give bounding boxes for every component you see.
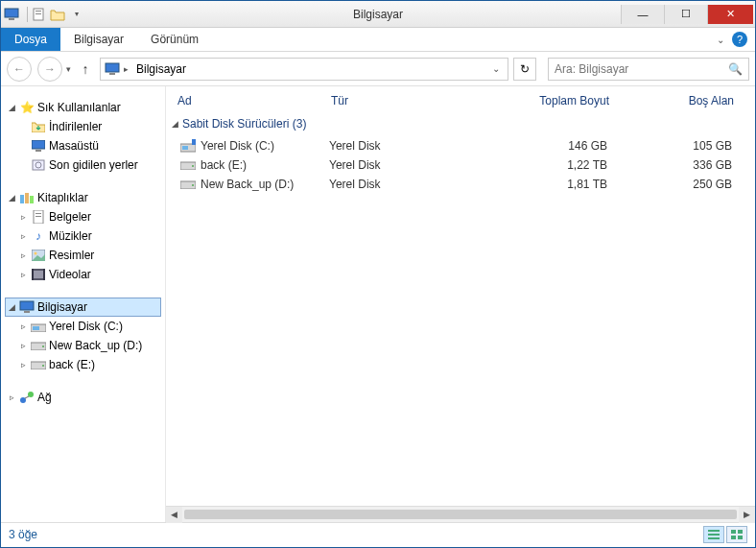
scroll-right-button[interactable]: ▶: [739, 507, 755, 523]
svg-rect-46: [731, 536, 736, 539]
computer-icon: [3, 6, 20, 23]
expander-icon[interactable]: ◢: [7, 193, 16, 203]
tree-desktop[interactable]: ▹ Masaüstü: [5, 136, 161, 155]
row-free: 336 GB: [646, 158, 732, 172]
svg-rect-26: [33, 326, 39, 330]
tree-favorites[interactable]: ◢ ⭐ Sık Kullanılanlar: [5, 98, 161, 117]
expander-icon[interactable]: ◢: [7, 103, 16, 112]
navigation-bar: ← → ▾ ↑ ▸ Bilgisayar ⌄ ↻ Ara: Bilgisayar…: [1, 52, 755, 86]
breadcrumb-segment[interactable]: Bilgisayar: [132, 62, 190, 76]
group-header[interactable]: ◢ Sabit Disk Sürücüleri (3): [166, 113, 755, 136]
tree-recent[interactable]: ▹ Son gidilen yerler: [5, 155, 161, 175]
maximize-button[interactable]: ☐: [664, 5, 707, 24]
drive-icon: [31, 338, 46, 353]
column-name[interactable]: Ad: [177, 94, 331, 107]
svg-rect-5: [106, 63, 119, 72]
svg-rect-6: [109, 73, 115, 75]
tab-computer[interactable]: Bilgisayar: [60, 28, 137, 51]
svg-rect-45: [738, 530, 743, 534]
tree-computer[interactable]: ◢ Bilgisayar: [5, 298, 161, 317]
tree-drive-c[interactable]: ▹ Yerel Disk (C:): [5, 317, 161, 336]
ribbon-collapse-icon[interactable]: ⌄: [717, 35, 724, 45]
group-collapse-icon[interactable]: ◢: [172, 119, 178, 129]
minimize-button[interactable]: —: [621, 5, 664, 24]
expander-icon[interactable]: ◢: [7, 302, 16, 312]
svg-rect-21: [32, 269, 34, 280]
scroll-thumb[interactable]: [184, 510, 737, 519]
expander-icon[interactable]: ▹: [18, 360, 28, 369]
svg-rect-24: [24, 311, 30, 313]
expander-icon[interactable]: ▹: [18, 250, 28, 260]
refresh-button[interactable]: ↻: [513, 58, 536, 81]
scroll-left-button[interactable]: ◀: [166, 507, 182, 523]
status-text: 3 öğe: [9, 528, 37, 541]
tab-view[interactable]: Görünüm: [137, 28, 212, 51]
expander-icon[interactable]: ▹: [18, 270, 28, 279]
expander-icon[interactable]: ▹: [18, 231, 28, 241]
address-dropdown-icon[interactable]: ⌄: [488, 63, 504, 74]
up-button[interactable]: ↑: [77, 57, 94, 82]
row-name: back (E:): [201, 158, 247, 172]
tree-label: Sık Kullanılanlar: [37, 101, 121, 114]
qat-dropdown-icon[interactable]: ▾: [68, 6, 85, 23]
search-box[interactable]: Ara: Bilgisayar 🔍: [548, 58, 749, 81]
back-button[interactable]: ←: [7, 57, 32, 82]
tree-drive-d[interactable]: ▹ New Back_up (D:): [5, 336, 161, 355]
tree-label: back (E:): [49, 358, 95, 371]
details-view-button[interactable]: [703, 526, 724, 543]
properties-icon[interactable]: [30, 6, 47, 23]
svg-rect-15: [35, 213, 41, 214]
history-dropdown-icon[interactable]: ▾: [66, 64, 71, 74]
file-list: Ad Tür Toplam Boyut Boş Alan ◢ Sabit Dis…: [166, 86, 755, 522]
tree-favorites-group: ◢ ⭐ Sık Kullanılanlar ▹ İndirilenler ▹ M…: [5, 98, 161, 175]
svg-rect-22: [43, 269, 45, 280]
tree-libraries[interactable]: ◢ Kitaplıklar: [5, 188, 161, 207]
svg-rect-41: [708, 530, 720, 532]
expander-icon[interactable]: ▹: [18, 212, 28, 222]
drive-row[interactable]: back (E:) Yerel Disk 1,22 TB 336 GB: [166, 155, 755, 175]
svg-rect-8: [35, 150, 41, 152]
expander-icon[interactable]: ▹: [18, 341, 28, 350]
tree-videos[interactable]: ▹ Videolar: [5, 265, 161, 284]
close-button[interactable]: ✕: [707, 5, 753, 24]
tree-documents[interactable]: ▹ Belgeler: [5, 207, 161, 226]
column-free[interactable]: Boş Alan: [648, 94, 734, 107]
new-folder-icon[interactable]: [49, 6, 66, 23]
column-total[interactable]: Toplam Boyut: [523, 94, 648, 107]
video-icon: [31, 267, 46, 282]
titlebar: ▾ Bilgisayar — ☐ ✕: [1, 1, 755, 28]
tree-network[interactable]: ▹ Ağ: [5, 388, 161, 407]
help-icon[interactable]: ?: [732, 32, 747, 47]
network-icon: [19, 390, 35, 405]
tab-file[interactable]: Dosya: [1, 28, 60, 51]
svg-rect-23: [20, 301, 34, 310]
svg-rect-0: [5, 9, 18, 17]
svg-rect-35: [182, 146, 188, 150]
tree-pictures[interactable]: ▹ Resimler: [5, 246, 161, 265]
forward-button[interactable]: →: [37, 57, 62, 82]
svg-point-30: [42, 365, 44, 367]
drive-row[interactable]: New Back_up (D:) Yerel Disk 1,81 TB 250 …: [166, 175, 755, 194]
ribbon-tabs: Dosya Bilgisayar Görünüm ⌄ ?: [1, 28, 755, 52]
disk-primary-icon: [179, 138, 197, 154]
view-buttons: [703, 526, 747, 543]
svg-rect-44: [731, 530, 736, 534]
expander-icon[interactable]: ▹: [7, 393, 16, 402]
svg-point-38: [192, 165, 194, 167]
svg-rect-42: [708, 534, 720, 536]
tree-libraries-group: ◢ Kitaplıklar ▹ Belgeler ▹ ♪ Müzikler ▹ …: [5, 188, 161, 284]
column-type[interactable]: Tür: [331, 94, 523, 107]
tree-music[interactable]: ▹ ♪ Müzikler: [5, 226, 161, 246]
drive-row[interactable]: Yerel Disk (C:) Yerel Disk 146 GB 105 GB: [166, 136, 755, 155]
address-bar[interactable]: ▸ Bilgisayar ⌄: [100, 58, 508, 81]
thumbnails-view-button[interactable]: [726, 526, 747, 543]
tree-downloads[interactable]: ▹ İndirilenler: [5, 117, 161, 136]
group-title: Sabit Disk Sürücüleri (3): [182, 117, 306, 131]
svg-rect-7: [32, 140, 45, 149]
tree-drive-e[interactable]: ▹ back (E:): [5, 355, 161, 374]
horizontal-scrollbar[interactable]: ◀ ▶: [166, 506, 755, 522]
tree-label: Kitaplıklar: [37, 191, 88, 204]
expander-icon[interactable]: ▹: [18, 322, 28, 331]
column-headers: Ad Tür Toplam Boyut Boş Alan: [166, 86, 755, 113]
tree-label: Müzikler: [49, 229, 92, 243]
